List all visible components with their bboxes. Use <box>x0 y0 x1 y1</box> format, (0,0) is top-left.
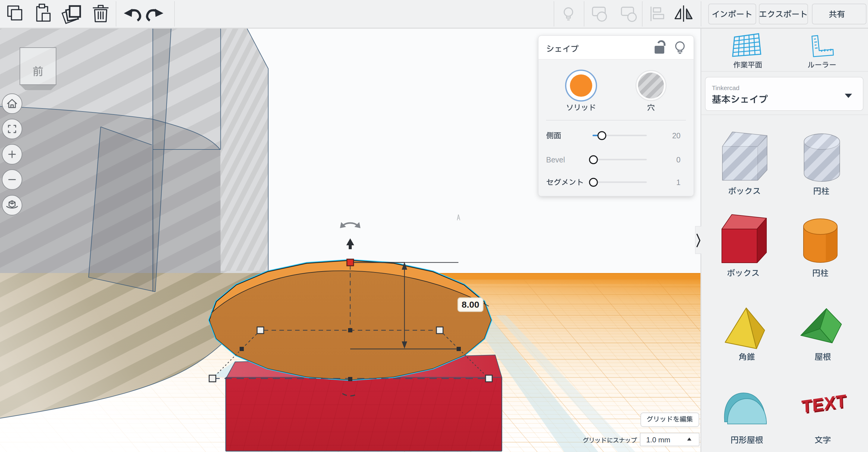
svg-text:1.0 mm: 1.0 mm <box>646 436 670 444</box>
svg-text:1: 1 <box>676 178 681 187</box>
svg-text:8.00: 8.00 <box>462 299 479 310</box>
svg-text:0: 0 <box>676 156 681 164</box>
svg-text:20: 20 <box>672 131 681 140</box>
svg-text:Tinkercad: Tinkercad <box>712 85 739 91</box>
svg-text:Bevel: Bevel <box>546 156 565 164</box>
